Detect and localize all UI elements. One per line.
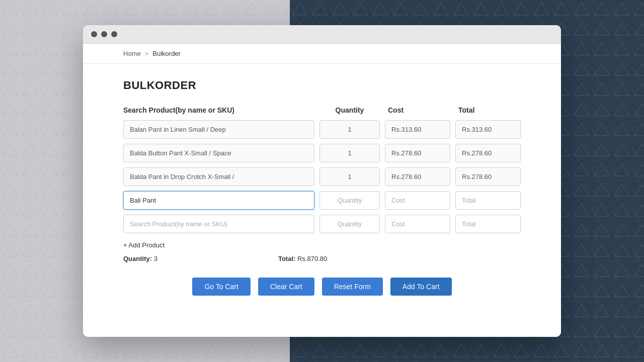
quantity-input-4[interactable] (319, 215, 380, 233)
col-header-product: Search Product(by name or SKU) (123, 106, 314, 114)
total-input-3[interactable] (455, 191, 521, 210)
clear-cart-button[interactable]: Clear Cart (258, 278, 314, 296)
col-header-quantity: Quantity (319, 106, 380, 114)
breadcrumb-current: Bulkorder (152, 50, 181, 57)
reset-form-button[interactable]: Reset Form (322, 278, 383, 296)
quantity-input-2[interactable] (319, 167, 380, 186)
summary-row: Quantity: 3 Total: Rs.870.80 (123, 255, 521, 262)
cost-input-2[interactable] (385, 167, 450, 186)
total-input-0[interactable] (455, 120, 521, 139)
go-to-cart-button[interactable]: Go To Cart (192, 278, 250, 296)
bulk-order-table: Search Product(by name or SKU) Quantity … (123, 106, 521, 233)
breadcrumb-separator: > (145, 50, 149, 57)
summary-total: Total: Rs.870.80 (278, 255, 327, 262)
breadcrumb-home[interactable]: Home (123, 50, 141, 57)
quantity-input-1[interactable] (319, 144, 380, 162)
product-input-3[interactable] (123, 191, 314, 210)
browser-titlebar (83, 25, 561, 44)
quantity-input-3[interactable] (319, 191, 380, 210)
product-input-4[interactable] (123, 215, 314, 233)
cost-input-3[interactable] (385, 191, 450, 210)
summary-quantity: Quantity: 3 (123, 255, 157, 262)
product-input-2[interactable] (123, 167, 314, 186)
total-input-4[interactable] (455, 215, 521, 233)
main-content: BULKORDER Search Product(by name or SKU)… (83, 64, 561, 337)
dot-green (111, 31, 117, 37)
product-input-1[interactable] (123, 144, 314, 162)
col-header-cost: Cost (385, 106, 450, 114)
add-to-cart-button[interactable]: Add To Cart (390, 278, 452, 296)
add-product-link[interactable]: + Add Product (123, 241, 165, 249)
total-input-1[interactable] (455, 144, 521, 162)
quantity-value: 3 (154, 255, 157, 262)
dot-red (91, 31, 97, 37)
table-row (123, 120, 521, 139)
browser-content: Home > Bulkorder BULKORDER Search Produc… (83, 44, 561, 337)
cost-input-0[interactable] (385, 120, 450, 139)
breadcrumb: Home > Bulkorder (83, 44, 561, 64)
table-row (123, 144, 521, 162)
dot-yellow (101, 31, 107, 37)
table-header: Search Product(by name or SKU) Quantity … (123, 106, 521, 114)
quantity-label: Quantity: (123, 255, 152, 262)
total-input-2[interactable] (455, 167, 521, 186)
quantity-input-0[interactable] (319, 120, 380, 139)
action-buttons: Go To Cart Clear Cart Reset Form Add To … (123, 278, 521, 296)
browser-window: Home > Bulkorder BULKORDER Search Produc… (83, 25, 561, 337)
col-header-total: Total (455, 106, 521, 114)
table-row (123, 215, 521, 233)
product-input-0[interactable] (123, 120, 314, 139)
cost-input-4[interactable] (385, 215, 450, 233)
page-title: BULKORDER (123, 79, 521, 92)
total-label: Total: (278, 255, 295, 262)
table-row (123, 167, 521, 186)
total-value: Rs.870.80 (297, 255, 327, 262)
table-row (123, 191, 521, 210)
cost-input-1[interactable] (385, 144, 450, 162)
